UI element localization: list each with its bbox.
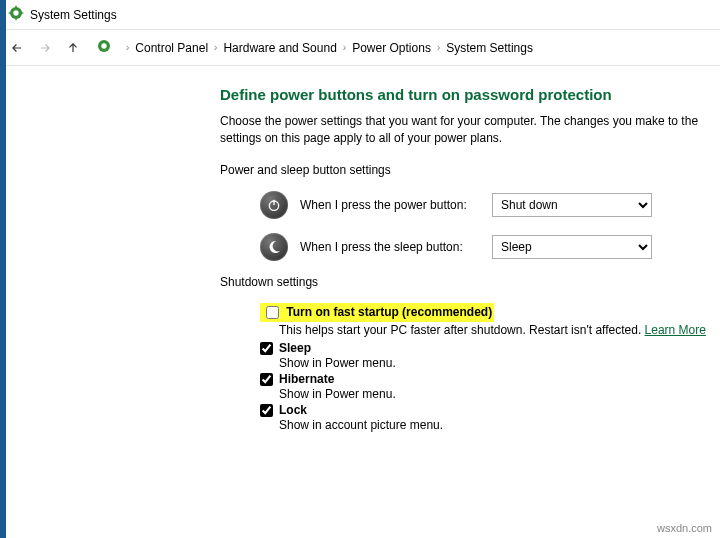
- chevron-right-icon: ›: [214, 42, 217, 53]
- hibernate-option-label: Hibernate: [279, 372, 396, 386]
- sleep-option-desc: Show in Power menu.: [279, 356, 396, 370]
- power-button-label: When I press the power button:: [300, 198, 480, 212]
- page-description: Choose the power settings that you want …: [220, 113, 720, 147]
- hibernate-option-desc: Show in Power menu.: [279, 387, 396, 401]
- svg-rect-4: [9, 12, 12, 13]
- lock-option-desc: Show in account picture menu.: [279, 418, 443, 432]
- chevron-right-icon: ›: [343, 42, 346, 53]
- fast-startup-checkbox[interactable]: [266, 306, 279, 319]
- hibernate-checkbox[interactable]: [260, 373, 273, 386]
- power-icon: [260, 191, 288, 219]
- learn-more-link[interactable]: Learn More: [645, 323, 706, 337]
- svg-point-7: [101, 43, 106, 48]
- forward-button[interactable]: [36, 39, 54, 57]
- chevron-right-icon: ›: [437, 42, 440, 53]
- power-button-select[interactable]: Shut down: [492, 193, 652, 217]
- window-title: System Settings: [30, 8, 117, 22]
- svg-point-1: [13, 10, 18, 15]
- svg-rect-5: [21, 12, 24, 13]
- fast-startup-label: Turn on fast startup (recommended): [286, 304, 492, 318]
- sleep-button-select[interactable]: Sleep: [492, 235, 652, 259]
- lock-checkbox[interactable]: [260, 404, 273, 417]
- breadcrumb-item[interactable]: System Settings: [446, 41, 533, 55]
- page-title: Define power buttons and turn on passwor…: [220, 86, 720, 103]
- sleep-icon: [260, 233, 288, 261]
- sleep-button-label: When I press the sleep button:: [300, 240, 480, 254]
- system-settings-icon: [8, 5, 24, 24]
- breadcrumb-item[interactable]: Hardware and Sound: [223, 41, 336, 55]
- fast-startup-desc: This helps start your PC faster after sh…: [279, 323, 645, 337]
- sleep-checkbox[interactable]: [260, 342, 273, 355]
- back-button[interactable]: [8, 39, 26, 57]
- breadcrumb[interactable]: › Control Panel › Hardware and Sound › P…: [126, 41, 533, 55]
- power-sleep-header: Power and sleep button settings: [220, 163, 720, 177]
- up-button[interactable]: [64, 39, 82, 57]
- sleep-option-label: Sleep: [279, 341, 396, 355]
- svg-rect-2: [15, 6, 16, 9]
- svg-rect-3: [15, 18, 16, 21]
- breadcrumb-item[interactable]: Control Panel: [135, 41, 208, 55]
- breadcrumb-item[interactable]: Power Options: [352, 41, 431, 55]
- shutdown-header: Shutdown settings: [220, 275, 720, 289]
- power-options-icon: [96, 38, 112, 57]
- lock-option-label: Lock: [279, 403, 443, 417]
- chevron-right-icon: ›: [126, 42, 129, 53]
- watermark: wsxdn.com: [657, 522, 712, 534]
